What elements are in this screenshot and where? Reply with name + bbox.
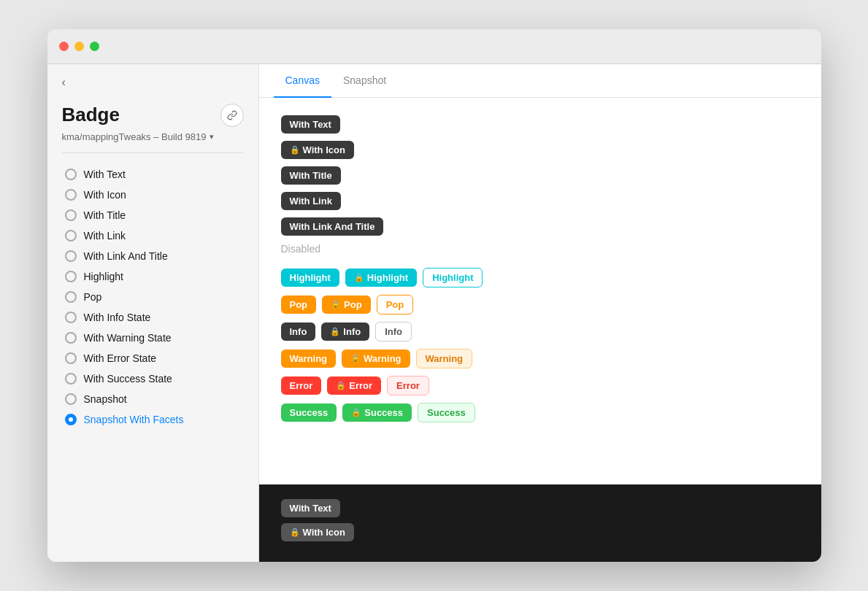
badge-info-outline[interactable]: Info bbox=[375, 322, 412, 341]
sidebar: ‹ Badge kma/mappingTweaks – Build 9819 ▾ bbox=[47, 64, 259, 562]
badge-success-outline[interactable]: Success bbox=[418, 403, 475, 422]
badge-row-with-text: With Text bbox=[281, 115, 799, 134]
minimize-button[interactable] bbox=[74, 42, 84, 51]
lock-icon-success: 🔒 bbox=[351, 408, 361, 417]
sidebar-item-with-text[interactable]: With Text bbox=[62, 165, 244, 184]
sidebar-item-with-error-state[interactable]: With Error State bbox=[62, 349, 244, 368]
sidebar-title-area: Badge bbox=[62, 104, 244, 127]
badge-error-outline[interactable]: Error bbox=[387, 376, 429, 395]
lock-icon-pop: 🔒 bbox=[331, 300, 341, 309]
badge-success-solid[interactable]: Success bbox=[281, 403, 337, 422]
badge-with-link[interactable]: With Link bbox=[281, 192, 341, 210]
sidebar-item-highlight[interactable]: Highlight bbox=[62, 267, 244, 286]
radio-with-success-state bbox=[65, 373, 77, 385]
sidebar-item-with-warning-state[interactable]: With Warning State bbox=[62, 328, 244, 347]
radio-with-warning-state bbox=[65, 332, 77, 344]
dark-badge-row-with-icon: 🔒 With Icon bbox=[281, 523, 799, 541]
radio-with-link bbox=[65, 230, 77, 242]
radio-with-title bbox=[65, 209, 77, 221]
back-button[interactable]: ‹ bbox=[62, 76, 244, 89]
radio-pop bbox=[65, 291, 77, 303]
badge-row-with-link-and-title: With Link And Title bbox=[281, 217, 799, 236]
badge-row-highlight: Highlight 🔒 Highlight Highlight bbox=[281, 268, 799, 287]
radio-snapshot bbox=[65, 393, 77, 405]
maximize-button[interactable] bbox=[90, 42, 99, 51]
badge-row-warning: Warning 🔒 Warning Warning bbox=[281, 349, 799, 368]
sidebar-item-with-title[interactable]: With Title bbox=[62, 206, 244, 225]
link-icon bbox=[227, 110, 237, 120]
sidebar-item-snapshot-with-facets[interactable]: Snapshot With Facets bbox=[62, 410, 244, 429]
badge-row-with-title: With Title bbox=[281, 166, 799, 185]
sidebar-item-with-info-state[interactable]: With Info State bbox=[62, 308, 244, 327]
badge-pop-icon[interactable]: 🔒 Pop bbox=[322, 296, 371, 314]
sidebar-item-pop[interactable]: Pop bbox=[62, 287, 244, 306]
radio-with-link-and-title bbox=[65, 250, 77, 262]
badge-with-title[interactable]: With Title bbox=[281, 166, 341, 185]
sidebar-subtitle: kma/mappingTweaks – Build 9819 ▾ bbox=[62, 131, 244, 142]
dark-badge-with-text[interactable]: With Text bbox=[281, 499, 340, 517]
badge-row-success: Success 🔒 Success Success bbox=[281, 403, 799, 422]
tab-snapshot[interactable]: Snapshot bbox=[331, 64, 398, 98]
lock-icon-highlight: 🔒 bbox=[354, 273, 364, 282]
badge-row-disabled-label: Disabled bbox=[281, 243, 799, 260]
titlebar bbox=[47, 29, 821, 64]
lock-icon: 🔒 bbox=[290, 145, 300, 155]
chevron-down-icon: ▾ bbox=[210, 132, 214, 142]
tab-canvas[interactable]: Canvas bbox=[274, 64, 331, 98]
radio-with-icon bbox=[65, 189, 77, 201]
sidebar-item-with-link[interactable]: With Link bbox=[62, 226, 244, 245]
badge-row-with-icon: 🔒 With Icon bbox=[281, 141, 799, 159]
sidebar-item-snapshot[interactable]: Snapshot bbox=[62, 390, 244, 409]
dark-badge-row-with-text: With Text bbox=[281, 499, 799, 517]
badge-info-icon[interactable]: 🔒 Info bbox=[321, 322, 369, 341]
badge-row-error: Error 🔒 Error Error bbox=[281, 376, 799, 395]
badge-pop-solid[interactable]: Pop bbox=[281, 296, 317, 314]
radio-with-error-state bbox=[65, 352, 77, 364]
badge-info-solid[interactable]: Info bbox=[281, 322, 316, 341]
badge-error-solid[interactable]: Error bbox=[281, 376, 322, 395]
radio-highlight bbox=[65, 271, 77, 282]
badge-error-icon[interactable]: 🔒 Error bbox=[327, 376, 381, 395]
right-panel: Canvas Snapshot With Text 🔒 With Icon bbox=[259, 64, 821, 562]
badge-row-info: Info 🔒 Info Info bbox=[281, 322, 799, 341]
canvas-area: With Text 🔒 With Icon With Title With Li… bbox=[259, 98, 821, 484]
radio-with-text bbox=[65, 169, 77, 180]
sidebar-item-with-icon[interactable]: With Icon bbox=[62, 185, 244, 204]
badge-highlight-solid[interactable]: Highlight bbox=[281, 269, 339, 287]
dark-section: With Text 🔒 With Icon bbox=[259, 484, 821, 562]
badge-with-icon[interactable]: 🔒 With Icon bbox=[281, 141, 354, 159]
traffic-lights bbox=[59, 42, 99, 51]
badge-row-pop: Pop 🔒 Pop Pop bbox=[281, 295, 799, 314]
app-window: ‹ Badge kma/mappingTweaks – Build 9819 ▾ bbox=[47, 29, 821, 562]
lock-icon-dark: 🔒 bbox=[290, 528, 300, 537]
sidebar-item-with-link-and-title[interactable]: With Link And Title bbox=[62, 247, 244, 266]
badge-with-link-and-title[interactable]: With Link And Title bbox=[281, 217, 384, 236]
badge-highlight-icon[interactable]: 🔒 Highlight bbox=[345, 269, 417, 287]
badge-warning-solid[interactable]: Warning bbox=[281, 349, 337, 368]
lock-icon-info: 🔒 bbox=[330, 327, 340, 336]
radio-snapshot-with-facets bbox=[65, 414, 77, 425]
badge-highlight-outline[interactable]: Highlight bbox=[423, 268, 483, 287]
badge-success-icon[interactable]: 🔒 Success bbox=[342, 403, 412, 422]
main-content: ‹ Badge kma/mappingTweaks – Build 9819 ▾ bbox=[47, 64, 821, 562]
close-button[interactable] bbox=[59, 42, 69, 51]
badge-with-text[interactable]: With Text bbox=[281, 115, 340, 134]
sidebar-title: Badge bbox=[62, 104, 120, 126]
nav-list: With Text With Icon With Title With Link… bbox=[62, 165, 244, 429]
sidebar-divider bbox=[62, 152, 244, 153]
badge-warning-icon[interactable]: 🔒 Warning bbox=[342, 349, 410, 368]
sidebar-item-with-success-state[interactable]: With Success State bbox=[62, 369, 244, 388]
badge-pop-outline[interactable]: Pop bbox=[377, 295, 414, 314]
lock-icon-error: 🔒 bbox=[336, 381, 346, 390]
badge-warning-outline[interactable]: Warning bbox=[416, 349, 473, 368]
disabled-label: Disabled bbox=[281, 243, 320, 255]
badge-row-with-link: With Link bbox=[281, 192, 799, 210]
lock-icon-warning: 🔒 bbox=[350, 354, 361, 363]
link-icon-button[interactable] bbox=[220, 104, 244, 127]
radio-with-info-state bbox=[65, 312, 77, 323]
dark-badge-with-icon[interactable]: 🔒 With Icon bbox=[281, 523, 354, 541]
tabs-bar: Canvas Snapshot bbox=[259, 64, 821, 98]
